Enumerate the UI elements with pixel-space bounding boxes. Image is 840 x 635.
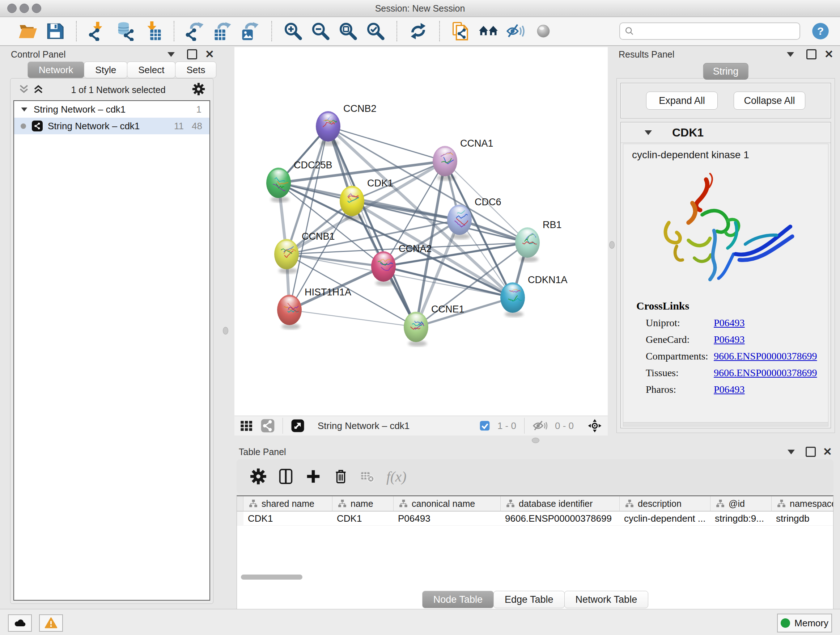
eye-slash-waves-icon[interactable] — [506, 21, 526, 41]
network-collection-row[interactable]: String Network – cdk1 1 — [14, 101, 210, 118]
float-panel-icon[interactable] — [806, 49, 816, 59]
collapse-all-button[interactable]: Collapse All — [734, 92, 805, 110]
document-share-icon[interactable] — [451, 21, 471, 41]
column-header-shared-name[interactable]: shared name — [243, 496, 332, 511]
column-header-canonical-name[interactable]: canonical name — [393, 496, 501, 511]
table-row[interactable]: CDK1CDK1P064939606.ENSP00000378699cyclin… — [237, 511, 833, 526]
node-CCNE1[interactable]: CCNE1 — [404, 304, 464, 347]
import-network-file-icon[interactable] — [88, 21, 107, 41]
search-input[interactable] — [638, 26, 795, 36]
cell[interactable]: stringdb:9... — [711, 511, 772, 525]
collapse-panel-icon[interactable] — [167, 52, 175, 57]
import-table-file-icon[interactable] — [143, 21, 163, 41]
fit-selected-crosshair-icon[interactable] — [587, 418, 602, 433]
add-column-icon[interactable] — [305, 468, 322, 485]
share-view-icon[interactable] — [261, 418, 275, 433]
node-label-CDC6: CDC6 — [475, 196, 501, 207]
tab-string[interactable]: String — [703, 63, 748, 80]
close-window-button[interactable] — [7, 4, 17, 13]
crosslink-link[interactable]: P06493 — [714, 334, 745, 345]
tab-network-table[interactable]: Network Table — [564, 591, 649, 608]
crosslink-link[interactable]: P06493 — [714, 384, 745, 395]
node-CCNA1[interactable]: CCNA1 — [433, 138, 493, 181]
collapse-panel-icon[interactable] — [788, 450, 795, 454]
zoom-in-icon[interactable] — [283, 21, 303, 41]
crosslink-link[interactable]: 9606.ENSP00000378699 — [714, 350, 817, 362]
crosslink-link[interactable]: P06493 — [714, 317, 745, 329]
float-panel-icon[interactable] — [187, 49, 197, 59]
tab-sets[interactable]: Sets — [175, 62, 216, 78]
refresh-network-icon[interactable] — [409, 21, 428, 41]
open-in-new-window-icon[interactable] — [291, 418, 305, 433]
entry-expand-icon[interactable] — [645, 130, 652, 135]
network-row[interactable]: String Network – cdk1 11 48 — [14, 118, 210, 134]
export-image-icon[interactable] — [240, 21, 260, 41]
column-header--id[interactable]: @id — [711, 496, 772, 511]
warning-button[interactable] — [39, 614, 63, 632]
network-options-gear-icon[interactable] — [192, 82, 205, 97]
cloud-button[interactable] — [8, 614, 32, 632]
expand-all-networks-icon[interactable] — [18, 83, 30, 97]
save-session-icon[interactable] — [45, 21, 65, 41]
zoom-out-icon[interactable] — [311, 21, 330, 41]
node-CCNB2[interactable]: CCNB2 — [316, 103, 377, 146]
cell[interactable]: CDK1 — [332, 511, 393, 525]
minimize-window-button[interactable] — [19, 4, 29, 13]
memory-button[interactable]: Memory — [777, 614, 832, 632]
cell[interactable]: P06493 — [393, 511, 501, 525]
scrollbar-thumb[interactable] — [241, 575, 302, 580]
edge-CCNB1-CCNA2[interactable] — [286, 254, 384, 266]
table-horizontal-scrollbar[interactable] — [238, 573, 835, 581]
sphere-icon[interactable] — [534, 21, 553, 41]
zoom-fit-icon[interactable] — [338, 21, 358, 41]
close-panel-icon[interactable]: ✕ — [824, 49, 834, 60]
results-scroll-area[interactable]: CDK1 cyclin-dependent kinase 1 CrossLink… — [621, 122, 831, 428]
export-table-icon[interactable] — [213, 21, 233, 41]
tab-node-table[interactable]: Node Table — [422, 591, 494, 608]
zoom-selected-icon[interactable] — [366, 21, 385, 41]
close-panel-icon[interactable]: ✕ — [205, 49, 214, 60]
zoom-window-button[interactable] — [32, 4, 41, 13]
column-header-database-identifier[interactable]: database identifier — [501, 496, 620, 511]
export-network-icon[interactable] — [186, 21, 205, 41]
expand-all-button[interactable]: Expand All — [646, 92, 718, 110]
table-options-gear-icon[interactable] — [250, 468, 267, 485]
tab-network[interactable]: Network — [27, 62, 84, 78]
search-box[interactable] — [619, 22, 800, 40]
string-homes-icon[interactable] — [478, 21, 498, 41]
cell[interactable]: cyclin-dependent ... — [620, 511, 711, 525]
edge-CCNB2-RB1[interactable] — [328, 126, 527, 242]
collapse-all-networks-icon[interactable] — [32, 83, 44, 97]
edge-CCNA2-CDKN1A[interactable] — [384, 266, 513, 298]
tab-style[interactable]: Style — [84, 62, 127, 78]
tab-edge-table[interactable]: Edge Table — [493, 591, 565, 608]
open-session-icon[interactable] — [18, 21, 37, 41]
tab-select[interactable]: Select — [127, 62, 175, 78]
import-network-database-icon[interactable] — [115, 21, 135, 41]
delete-column-icon[interactable] — [332, 468, 349, 485]
grid-view-icon[interactable] — [240, 418, 254, 433]
hidden-eye-slash-icon[interactable] — [532, 419, 548, 432]
node-CDKN1A[interactable]: CDKN1A — [500, 274, 568, 317]
selected-checkbox-icon[interactable] — [479, 420, 491, 432]
left-splitter-handle[interactable] — [223, 327, 228, 334]
collapse-panel-icon[interactable] — [787, 52, 794, 57]
cell[interactable]: 9606.ENSP00000378699 — [501, 511, 620, 525]
node-RB1[interactable]: RB1 — [515, 219, 562, 262]
crosslink-link[interactable]: 9606.ENSP00000378699 — [714, 367, 817, 379]
close-panel-icon[interactable]: ✕ — [823, 447, 832, 457]
collection-expand-icon[interactable] — [21, 107, 27, 111]
gene-entry-header[interactable]: CDK1 — [621, 122, 831, 143]
show-columns-icon[interactable] — [278, 468, 294, 485]
network-canvas[interactable]: CCNB2 CCNA1 CDC25B CDK1 CDC6 — [234, 47, 608, 416]
right-splitter-handle[interactable] — [609, 241, 615, 249]
column-header-name[interactable]: name — [332, 496, 393, 511]
cell[interactable]: stringdb — [772, 511, 834, 525]
cell[interactable]: CDK1 — [243, 511, 332, 525]
float-panel-icon[interactable] — [806, 447, 816, 457]
column-header-description[interactable]: description — [620, 496, 711, 511]
bottom-splitter-handle[interactable] — [532, 438, 539, 443]
edge-HIST1H1A-CCNE1[interactable] — [289, 310, 416, 327]
help-icon[interactable]: ? — [811, 22, 830, 41]
column-header-namespace[interactable]: namespace — [772, 496, 834, 511]
